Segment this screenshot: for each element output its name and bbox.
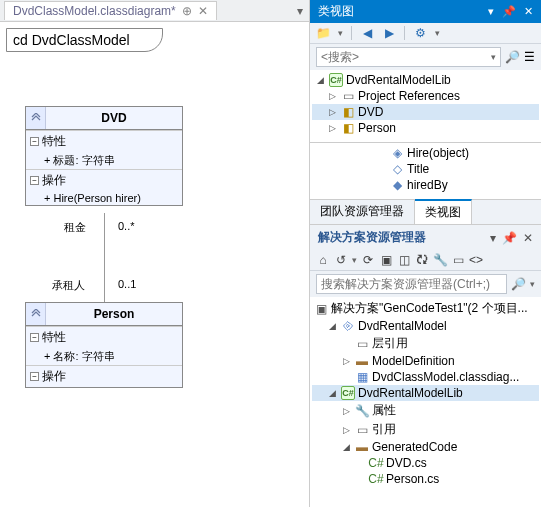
collapse-toggle[interactable]: − — [30, 333, 39, 342]
tree-projrefs[interactable]: ▷▭Project References — [312, 88, 539, 104]
class-header: Person — [26, 303, 182, 326]
classview-search-input[interactable] — [321, 50, 491, 64]
dropdown-icon[interactable]: ▾ — [488, 5, 494, 18]
chevron-up-icon[interactable] — [26, 107, 46, 129]
classview-bottom-tabs: 团队资源管理器 类视图 — [310, 199, 541, 224]
close-icon[interactable]: ✕ — [198, 4, 208, 18]
panel-title: 类视图 — [318, 3, 354, 20]
property-icon: ◇ — [390, 162, 404, 176]
settings-icon[interactable]: ⚙ — [413, 26, 427, 40]
node-classdiagram[interactable]: ▦DvdClassModel.classdiag... — [312, 369, 539, 385]
tab-overflow-icon[interactable]: ▾ — [297, 4, 303, 18]
prop-name[interactable]: + 名称: 字符串 — [26, 348, 182, 365]
folder-icon: ▬ — [355, 440, 369, 454]
class-name: DVD — [46, 107, 182, 129]
preview-icon[interactable]: ▭ — [451, 253, 465, 267]
wrench-icon: 🔧 — [355, 404, 369, 418]
tree-dvd[interactable]: ▷◧DVD — [312, 104, 539, 120]
close-icon[interactable]: ✕ — [524, 5, 533, 18]
class-icon: ◧ — [341, 121, 355, 135]
references-icon: ▭ — [355, 423, 369, 437]
sync-icon[interactable]: ⟳ — [361, 253, 375, 267]
solution-toolbar: ⌂ ↺▾ ⟳ ▣ ◫ 🗘 🔧 ▭ <> — [310, 250, 541, 271]
method-icon: ◈ — [390, 146, 404, 160]
assoc-tenant-mult: 0..1 — [118, 278, 136, 290]
file-dvd-cs[interactable]: C#DVD.cs — [312, 455, 539, 471]
search-input-wrap — [316, 274, 507, 294]
association-line[interactable] — [104, 213, 105, 302]
new-folder-icon[interactable]: 📁 — [316, 26, 330, 40]
class-person[interactable]: Person −特性 + 名称: 字符串 −操作 — [25, 302, 183, 388]
node-modeldef[interactable]: ▷▬ModelDefinition — [312, 353, 539, 369]
solution-root[interactable]: ▣解决方案"GenCodeTest1"(2 个项目... — [312, 299, 539, 318]
csharp-file-icon: C# — [369, 472, 383, 486]
tab-team-explorer[interactable]: 团队资源管理器 — [310, 200, 415, 224]
node-layer-ref[interactable]: ▭层引用 — [312, 334, 539, 353]
pin-icon[interactable]: 📌 — [502, 231, 517, 245]
solution-search-input[interactable] — [321, 277, 502, 291]
tab-label: DvdClassModel.classdiagram* — [13, 4, 176, 18]
assoc-rent-mult: 0..* — [118, 220, 135, 232]
pin-icon[interactable]: 📌 — [502, 5, 516, 18]
tree-person[interactable]: ▷◧Person — [312, 120, 539, 136]
member-hire[interactable]: ◈Hire(object) — [312, 145, 539, 161]
forward-icon[interactable]: ▶ — [382, 26, 396, 40]
classview-tree: ◢C#DvdRentalModelLib ▷▭Project Reference… — [310, 70, 541, 142]
tab-dvdclassmodel[interactable]: DvdClassModel.classdiagram* ⊕ ✕ — [4, 1, 217, 20]
close-icon[interactable]: ✕ — [523, 231, 533, 245]
prop-title[interactable]: + 标题: 字符串 — [26, 152, 182, 169]
refresh-icon[interactable]: 🗘 — [415, 253, 429, 267]
back-icon[interactable]: ◀ — [360, 26, 374, 40]
solution-search-row: 🔎▾ — [310, 271, 541, 297]
ops-header[interactable]: −操作 — [26, 366, 182, 387]
collapse-icon[interactable]: ▣ — [379, 253, 393, 267]
class-header: DVD — [26, 107, 182, 130]
proj-dvdrentalmodel[interactable]: ◢🞜DvdRentalModel — [312, 318, 539, 334]
code-icon[interactable]: <> — [469, 253, 483, 267]
diagram-icon: ▦ — [355, 370, 369, 384]
show-all-icon[interactable]: ◫ — [397, 253, 411, 267]
node-generatedcode[interactable]: ◢▬GeneratedCode — [312, 439, 539, 455]
back-icon[interactable]: ↺ — [334, 253, 348, 267]
collapse-toggle[interactable]: − — [30, 137, 39, 146]
tab-class-view[interactable]: 类视图 — [415, 199, 472, 224]
props-header[interactable]: −特性 — [26, 327, 182, 348]
search-icon[interactable]: 🔎 — [511, 277, 526, 291]
class-name: Person — [46, 303, 182, 325]
list-icon[interactable]: ☰ — [524, 50, 535, 64]
model-project-icon: 🞜 — [341, 319, 355, 333]
solution-icon: ▣ — [314, 302, 328, 316]
csharp-project-icon: C# — [329, 73, 343, 87]
csharp-file-icon: C# — [369, 456, 383, 470]
op-hire[interactable]: + Hire(Person hirer) — [26, 191, 182, 205]
chevron-up-icon[interactable] — [26, 303, 46, 325]
layer-ref-icon: ▭ — [355, 337, 369, 351]
diagram-canvas[interactable]: cd DvdClassModel DVD −特性 + 标题: 字符串 −操作 +… — [0, 22, 309, 507]
collapse-toggle[interactable]: − — [30, 176, 39, 185]
field-icon: ◆ — [390, 178, 404, 192]
dropdown-icon[interactable]: ▾ — [490, 231, 496, 245]
search-icon[interactable]: 🔎 — [505, 50, 520, 64]
ops-header[interactable]: −操作 — [26, 170, 182, 191]
assoc-tenant-label: 承租人 — [52, 278, 85, 293]
folder-icon: ▬ — [355, 354, 369, 368]
home-icon[interactable]: ⌂ — [316, 253, 330, 267]
member-title[interactable]: ◇Title — [312, 161, 539, 177]
pin-icon[interactable]: ⊕ — [182, 4, 192, 18]
node-properties[interactable]: ▷🔧属性 — [312, 401, 539, 420]
collapse-toggle[interactable]: − — [30, 372, 39, 381]
assoc-rent-label: 租金 — [64, 220, 86, 235]
file-person-cs[interactable]: C#Person.cs — [312, 471, 539, 487]
solution-tree: ▣解决方案"GenCodeTest1"(2 个项目... ◢🞜DvdRental… — [310, 297, 541, 507]
properties-icon[interactable]: 🔧 — [433, 253, 447, 267]
member-hiredby[interactable]: ◆hiredBy — [312, 177, 539, 193]
class-dvd[interactable]: DVD −特性 + 标题: 字符串 −操作 + Hire(Person hire… — [25, 106, 183, 206]
tree-root[interactable]: ◢C#DvdRentalModelLib — [312, 72, 539, 88]
node-references[interactable]: ▷▭引用 — [312, 420, 539, 439]
panel-title: 解决方案资源管理器 — [318, 229, 426, 246]
props-header[interactable]: −特性 — [26, 131, 182, 152]
solution-explorer-title-bar: 解决方案资源管理器 ▾ 📌 ✕ — [310, 225, 541, 250]
classview-members: ◈Hire(object) ◇Title ◆hiredBy — [310, 143, 541, 199]
proj-dvdrentalmodellib[interactable]: ◢C#DvdRentalModelLib — [312, 385, 539, 401]
search-dropdown-icon[interactable]: ▾ — [491, 52, 496, 62]
